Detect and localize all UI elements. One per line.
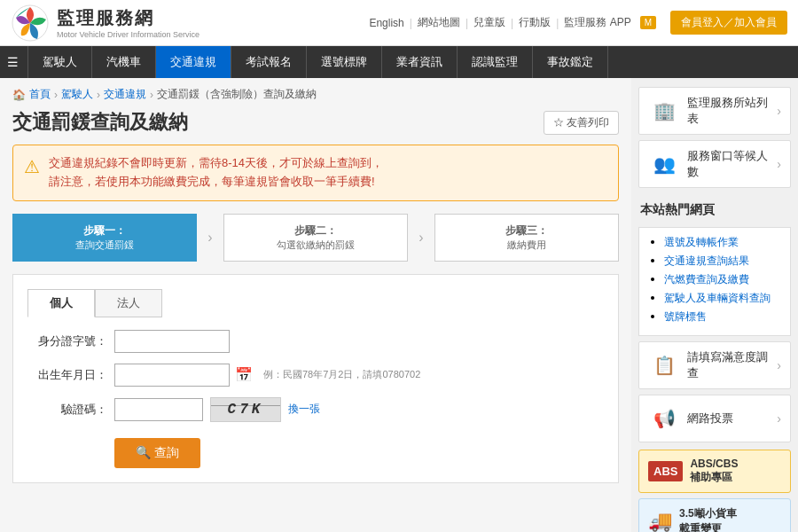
tab-company[interactable]: 法人 xyxy=(95,289,162,317)
id-label: 身分證字號： xyxy=(27,333,107,349)
search-btn-row: 🔍 查詢 xyxy=(27,433,604,468)
captcha-display: C7K xyxy=(228,402,264,418)
logo-text-area: 監理服務網 Motor Vehicle Driver Information S… xyxy=(57,6,200,39)
survey-icon: 📋 xyxy=(648,349,680,381)
step-2-label: 步驟二： xyxy=(230,223,402,239)
top-link-sitemap[interactable]: 網站地圖 xyxy=(418,15,460,30)
step-1-desc: 查詢交通罰鍰 xyxy=(19,239,191,252)
chevron-right-icon-3: › xyxy=(777,358,781,372)
warning-icon: ⚠ xyxy=(24,156,40,177)
chevron-right-icon-4: › xyxy=(777,411,781,426)
chevron-right-icon-2: › xyxy=(777,157,781,171)
sidebar: 🏢 監理服務所站列表 › 👥 服務窗口等候人數 › 本站熱門網頁 選號及轉帳作業… xyxy=(631,78,798,532)
list-item: 交通違規查詢結果 xyxy=(664,254,779,269)
sidebar-btn-survey-label: 請填寫滿意度調查 xyxy=(687,349,770,381)
vote-icon: 📢 xyxy=(648,403,680,434)
chevron-right-icon-1: › xyxy=(777,104,781,118)
sidebar-btn-vote[interactable]: 📢 網路投票 › xyxy=(638,395,791,442)
sidebar-btn-vote-label: 網路投票 xyxy=(687,411,770,426)
step-3-desc: 繳納費用 xyxy=(441,239,613,252)
captcha-row: C7K 換一張 xyxy=(114,397,320,422)
hot-link-2[interactable]: 交通違規查詢結果 xyxy=(664,254,749,267)
form-row-id: 身分證字號： xyxy=(27,330,604,353)
form-row-dob: 出生年月日： 📅 例：民國78年7月2日，請填0780702 xyxy=(27,364,604,387)
nav-item-violation[interactable]: 交通違規 xyxy=(156,46,231,78)
truck-text: 3.5噸小貨車載重變更 xyxy=(679,506,737,532)
abs-banner[interactable]: ABS ABS/CBS補助專區 xyxy=(638,450,791,493)
nav-item-vehicle[interactable]: 汽機車 xyxy=(92,46,156,78)
sidebar-btn-stations[interactable]: 🏢 監理服務所站列表 › xyxy=(638,87,791,135)
captcha-refresh-link[interactable]: 換一張 xyxy=(288,402,320,417)
menu-icon: ☰ xyxy=(7,55,19,69)
step-3: 步驟三： 繳納費用 xyxy=(434,214,619,262)
hot-link-1[interactable]: 選號及轉帳作業 xyxy=(664,236,739,248)
breadcrumb-home[interactable]: 首頁 xyxy=(29,87,51,102)
main-wrapper: 🏠 首頁 › 駕駛人 › 交通違規 › 交通罰鍰（含強制險）查詢及繳納 交通罰鍰… xyxy=(0,78,798,532)
form-container: 個人 法人 身分證字號： 出生年月日： 📅 例：民國78年7月2日，請填0780… xyxy=(12,274,619,483)
breadcrumb-home-icon: 🏠 xyxy=(12,89,26,101)
station-icon: 🏢 xyxy=(648,95,680,127)
breadcrumb-violation[interactable]: 交通違規 xyxy=(104,87,146,102)
logo-icon xyxy=(11,4,50,43)
hot-links-list: 選號及轉帳作業 交通違規查詢結果 汽燃費查詢及繳費 駕駛人及車輛資料查詢 號牌標… xyxy=(650,235,779,325)
nav-item-accident[interactable]: 事故鑑定 xyxy=(533,46,608,78)
list-item: 駕駛人及車輛資料查詢 xyxy=(664,291,779,306)
warning-text: 交通違規紀錄不會即時更新，需待8-14天後，才可於線上查詢到， 請注意，若使用本… xyxy=(49,154,383,192)
nav-item-business[interactable]: 業者資訊 xyxy=(382,46,458,78)
captcha-image: C7K xyxy=(210,397,281,422)
nav-item-dmv[interactable]: 認識監理 xyxy=(458,46,533,78)
logo-title: 監理服務網 xyxy=(57,6,200,30)
form-row-captcha: 驗證碼： C7K 換一張 xyxy=(27,397,604,422)
step-2: 步驟二： 勾選欲繳納的罰鍰 xyxy=(223,214,408,262)
dob-hint: 例：民國78年7月2日，請填0780702 xyxy=(263,368,420,381)
content-area: 🏠 首頁 › 駕駛人 › 交通違規 › 交通罰鍰（含強制險）查詢及繳納 交通罰鍰… xyxy=(0,78,631,532)
nav-item-driver[interactable]: 駕駛人 xyxy=(27,46,92,78)
top-link-mobile[interactable]: 行動版 xyxy=(519,15,551,30)
breadcrumb-current: 交通罰鍰（含強制險）查詢及繳納 xyxy=(157,87,317,102)
top-bar: 監理服務網 Motor Vehicle Driver Information S… xyxy=(0,0,798,46)
calendar-icon[interactable]: 📅 xyxy=(235,366,253,383)
hot-section-title: 本站熱門網頁 xyxy=(638,199,791,222)
page-title: 交通罰鍰查詢及繳納 xyxy=(12,109,188,136)
top-link-kids[interactable]: 兒童版 xyxy=(473,15,505,30)
abs-badge: ABS xyxy=(648,461,683,481)
abs-text: ABS/CBS補助專區 xyxy=(690,458,738,485)
truck-icon: 🚚 xyxy=(648,510,672,532)
warning-line2: 請注意，若使用本功能繳費完成，每筆違規皆會收取一筆手續費! xyxy=(49,173,383,192)
truck-banner[interactable]: 🚚 3.5噸小貨車載重變更 xyxy=(638,498,791,532)
dob-label: 出生年月日： xyxy=(27,367,107,383)
nav-item-plate[interactable]: 選號標牌 xyxy=(307,46,382,78)
captcha-input[interactable] xyxy=(114,398,203,421)
warning-line1: 交通違規紀錄不會即時更新，需待8-14天後，才可於線上查詢到， xyxy=(49,154,383,173)
step-arrow-2: › xyxy=(408,230,434,246)
page-header: 交通罰鍰查詢及繳納 ☆ 友善列印 xyxy=(12,109,619,136)
step-2-desc: 勾選欲繳納的罰鍰 xyxy=(230,239,402,252)
top-link-app[interactable]: 監理服務 APP xyxy=(564,15,630,30)
hot-links-container: 選號及轉帳作業 交通違規查詢結果 汽燃費查詢及繳費 駕駛人及車輛資料查詢 號牌標… xyxy=(638,227,791,336)
breadcrumb-driver[interactable]: 駕駛人 xyxy=(61,87,93,102)
hot-link-5[interactable]: 號牌標售 xyxy=(664,310,707,323)
sidebar-btn-survey[interactable]: 📋 請填寫滿意度調查 › xyxy=(638,341,791,389)
nav-bar: ☰ 駕駛人 汽機車 交通違規 考試報名 選號標牌 業者資訊 認識監理 事故鑑定 xyxy=(0,46,798,78)
id-input[interactable] xyxy=(114,330,230,353)
date-input-wrapper: 📅 例：民國78年7月2日，請填0780702 xyxy=(114,364,420,387)
sidebar-btn-queue[interactable]: 👥 服務窗口等候人數 › xyxy=(638,140,791,188)
top-links: English | 網站地圖 | 兒童版 | 行動版 | 監理服務 APP M … xyxy=(369,11,787,35)
app-badge-icon: M xyxy=(640,16,656,29)
logo-area: 監理服務網 Motor Vehicle Driver Information S… xyxy=(11,4,200,43)
print-button[interactable]: ☆ 友善列印 xyxy=(544,111,619,135)
step-1: 步驟一： 查詢交通罰鍰 xyxy=(12,214,197,262)
hot-link-4[interactable]: 駕駛人及車輛資料查詢 xyxy=(664,292,771,304)
logo-subtitle: Motor Vehicle Driver Information Service xyxy=(57,30,200,39)
step-3-label: 步驟三： xyxy=(441,223,613,239)
dob-input[interactable] xyxy=(114,364,230,387)
member-login-button[interactable]: 會員登入／加入會員 xyxy=(670,11,787,35)
hot-link-3[interactable]: 汽燃費查詢及繳費 xyxy=(664,273,749,286)
top-link-english[interactable]: English xyxy=(369,17,403,29)
list-item: 汽燃費查詢及繳費 xyxy=(664,272,779,287)
nav-item-exam[interactable]: 考試報名 xyxy=(231,46,307,78)
tab-personal[interactable]: 個人 xyxy=(27,289,95,317)
list-item: 號牌標售 xyxy=(664,309,779,325)
search-button[interactable]: 🔍 查詢 xyxy=(114,438,200,468)
list-item: 選號及轉帳作業 xyxy=(664,235,779,250)
